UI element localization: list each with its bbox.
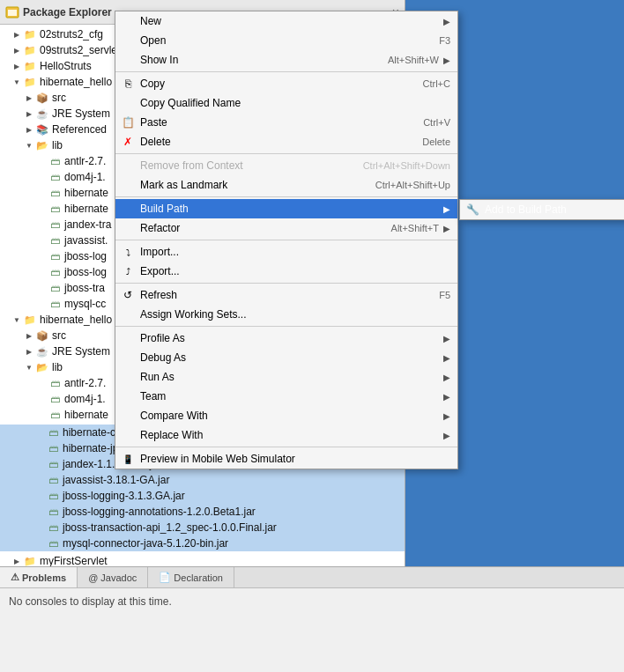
- menu-item-refactor[interactable]: Refactor Alt+Shift+T ▶: [115, 218, 457, 238]
- menu-item-import[interactable]: ⤵ Import...: [115, 242, 457, 262]
- tree-arrow: [12, 315, 21, 324]
- menu-shortcut: Ctrl+C: [423, 78, 450, 89]
- menu-item-show-in[interactable]: Show In Alt+Shift+W ▶: [115, 50, 457, 70]
- menu-arrow: ▶: [443, 392, 450, 402]
- item-label: src: [52, 92, 66, 104]
- menu-arrow: ▶: [443, 17, 450, 26]
- menu-label-compare-with: Compare With: [140, 410, 439, 422]
- item-label: lib: [52, 361, 63, 373]
- menu-label-add-build-path: Add to Build Path: [485, 203, 624, 216]
- item-label: JRE System: [52, 107, 110, 120]
- menu-label-new: New: [140, 15, 439, 27]
- menu-label-copy: Copy: [140, 78, 405, 90]
- menu-item-compare-with[interactable]: Compare With ▶: [115, 406, 457, 425]
- tree-arrow: [25, 347, 33, 356]
- item-label: mysql-cc: [64, 298, 106, 310]
- item-label: 02struts2_cfg: [40, 28, 103, 41]
- menu-label-paste: Paste: [140, 116, 405, 129]
- svg-rect-1: [8, 10, 17, 16]
- item-label: JRE System: [52, 345, 110, 358]
- tree-arrow: [12, 557, 21, 565]
- menu-item-run-as[interactable]: Run As ▶: [115, 367, 457, 387]
- menu-shortcut: F5: [439, 290, 450, 300]
- menu-shortcut: Ctrl+V: [423, 117, 450, 128]
- menu-item-refresh[interactable]: ↺ Refresh F5: [115, 285, 457, 305]
- highlighted-jar-item[interactable]: 🗃 jboss-logging-3.1.3.GA.jar: [0, 488, 405, 504]
- item-label: HelloStruts: [40, 60, 92, 72]
- item-label: hibernate_hello: [40, 76, 112, 88]
- menu-shortcut: Ctrl+Alt+Shift+Up: [375, 180, 450, 190]
- menu-item-debug-as[interactable]: Debug As ▶: [115, 348, 457, 367]
- menu-label-run-as: Run As: [140, 371, 439, 383]
- jar-icon: 🗃: [48, 265, 62, 279]
- copy-icon: ⎘: [121, 77, 135, 91]
- paste-icon: 📋: [121, 115, 135, 129]
- menu-separator: [115, 240, 457, 240]
- jar-icon: 🗃: [48, 186, 62, 200]
- menu-item-new[interactable]: New ▶: [115, 11, 457, 31]
- item-label: hibernate_hello: [40, 314, 112, 326]
- highlighted-jar-item[interactable]: 🗃 jboss-transaction-api_1.2_spec-1.0.0.F…: [0, 520, 405, 535]
- menu-item-open[interactable]: Open F3: [115, 31, 457, 50]
- refresh-icon: ↺: [121, 288, 135, 302]
- tab-javadoc[interactable]: @ Javadoc: [78, 567, 148, 587]
- highlighted-jar-item[interactable]: 🗃 jboss-logging-annotations-1.2.0.Beta1.…: [0, 504, 405, 520]
- menu-item-add-build-path[interactable]: 🔧 Add to Build Path: [460, 200, 624, 219]
- panel-title-text: Package Explorer: [23, 6, 112, 18]
- menu-item-team[interactable]: Team ▶: [115, 387, 457, 406]
- tree-arrow: [25, 363, 33, 372]
- menu-item-replace-with[interactable]: Replace With ▶: [115, 425, 457, 445]
- jar-icon: 🗃: [46, 441, 60, 455]
- item-label: javassist.: [64, 234, 108, 247]
- item-label: jboss-transaction-api_1.2_spec-1.0.0.Fin…: [63, 521, 277, 534]
- menu-label-profile-as: Profile As: [140, 332, 439, 344]
- item-label: jboss-logging-annotations-1.2.0.Beta1.ja…: [63, 506, 256, 518]
- tab-declaration[interactable]: 📄 Declaration: [148, 567, 234, 587]
- menu-label-export: Export...: [140, 265, 450, 277]
- no-console-text: No consoles to display at this time.: [9, 595, 172, 608]
- tab-problems-label: Problems: [22, 572, 66, 583]
- menu-item-build-path[interactable]: Build Path ▶ 🔧 Add to Build Path: [115, 199, 457, 218]
- item-label: jboss-log: [64, 250, 107, 262]
- item-label: jandex-tra: [64, 218, 111, 231]
- menu-item-copy[interactable]: ⎘ Copy Ctrl+C: [115, 74, 457, 93]
- highlighted-jar-item[interactable]: 🗃 mysql-connector-java-5.1.20-bin.jar: [0, 535, 405, 551]
- item-label: myFirstServlet: [40, 555, 108, 567]
- menu-shortcut: Ctrl+Alt+Shift+Down: [363, 160, 450, 171]
- folder-icon: 📂: [35, 360, 49, 374]
- highlighted-jar-item[interactable]: 🗃 javassist-3.18.1-GA.jar: [0, 472, 405, 488]
- panel-title: Package Explorer: [5, 5, 112, 19]
- menu-arrow: ▶: [443, 411, 450, 421]
- tab-problems[interactable]: ⚠ Problems: [0, 567, 78, 587]
- tree-arrow: [12, 62, 21, 70]
- menu-item-delete[interactable]: ✗ Delete Delete: [115, 132, 457, 151]
- menu-item-mark-landmark[interactable]: Mark as Landmark Ctrl+Alt+Shift+Up: [115, 175, 457, 195]
- menu-item-assign-ws[interactable]: Assign Working Sets...: [115, 305, 457, 324]
- declaration-icon: 📄: [159, 572, 171, 583]
- menu-item-profile-as[interactable]: Profile As ▶: [115, 329, 457, 348]
- preview-icon: 📱: [121, 452, 135, 466]
- menu-label-debug-as: Debug As: [140, 351, 439, 364]
- menu-label-replace-with: Replace With: [140, 429, 439, 441]
- jar-icon: 🗃: [48, 392, 62, 406]
- menu-item-remove-ctx[interactable]: Remove from Context Ctrl+Alt+Shift+Down: [115, 156, 457, 175]
- jar-icon: 🗃: [46, 489, 60, 503]
- jre-icon: ☕: [35, 107, 49, 121]
- menu-separator: [115, 71, 457, 72]
- menu-item-export[interactable]: ⤴ Export...: [115, 262, 457, 281]
- menu-item-paste[interactable]: 📋 Paste Ctrl+V: [115, 113, 457, 132]
- jar-icon: 🗃: [46, 521, 60, 535]
- jar-icon: 🗃: [48, 281, 62, 295]
- menu-item-preview[interactable]: 📱 Preview in Mobile Web Simulator: [115, 449, 457, 469]
- menu-item-copy-qualified[interactable]: Copy Qualified Name: [115, 93, 457, 113]
- jar-icon: 🗃: [48, 249, 62, 263]
- jar-icon: 🗃: [46, 536, 60, 550]
- item-label: lib: [52, 139, 63, 151]
- menu-label-delete: Delete: [140, 136, 405, 148]
- item-label: javassist-3.18.1-GA.jar: [63, 474, 169, 486]
- project-icon: 📁: [23, 43, 37, 57]
- jar-icon: 🗃: [46, 457, 60, 471]
- menu-arrow: ▶: [443, 204, 450, 214]
- item-label: dom4j-1.: [64, 393, 106, 405]
- bottom-content: No consoles to display at this time.: [0, 588, 624, 615]
